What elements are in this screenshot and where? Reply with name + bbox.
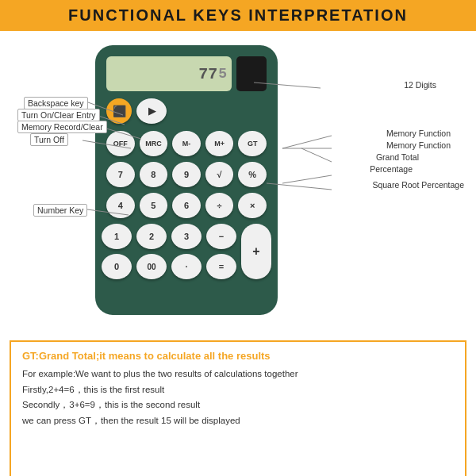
btn-percent[interactable]: % (238, 162, 267, 187)
btn-sqrt[interactable]: √ (205, 162, 234, 187)
btn-8[interactable]: 8 (140, 162, 168, 187)
label-turn-off: Turn Off (30, 133, 68, 146)
btn-9[interactable]: 9 (172, 162, 201, 187)
label-12-digits: 12 Digits (404, 80, 436, 90)
right-ops: − = (206, 224, 236, 279)
arrow-button[interactable]: ▶ (136, 98, 167, 124)
row-456: 4 5 6 ÷ × (106, 193, 267, 218)
row-123-plus: 1 2 3 0 00 · − = + (106, 224, 267, 279)
backspace-button[interactable]: ⬛ (106, 98, 132, 124)
top-controls: ⬛ ▶ (106, 98, 267, 124)
display-value: 7 (198, 65, 208, 83)
gt-button[interactable]: GT (238, 131, 267, 156)
svg-line-8 (301, 148, 332, 162)
btn-plus[interactable]: + (241, 224, 271, 279)
display-area: 7 7 5 (106, 56, 267, 91)
btn-5[interactable]: 5 (140, 193, 168, 218)
btn-1[interactable]: 1 (102, 224, 132, 249)
label-memory-record: Memory Record/Clear (17, 121, 107, 133)
row-123-top: 1 2 3 (102, 224, 202, 249)
display-value2: 7 (208, 65, 217, 83)
mminus-button[interactable]: M- (172, 131, 201, 156)
label-grand-total: Grand Total (376, 152, 419, 162)
btn-divide[interactable]: ÷ (205, 193, 234, 218)
btn-2[interactable]: 2 (136, 224, 167, 249)
info-line-1: For example:We want to plus the two resu… (22, 367, 454, 382)
label-number-key: Number Key (33, 204, 87, 217)
row-123: 1 2 3 0 00 · (102, 224, 202, 279)
svg-line-6 (282, 136, 332, 148)
mrc-button[interactable]: MRC (140, 131, 168, 156)
btn-multiply[interactable]: × (238, 193, 267, 218)
btn-0[interactable]: 0 (102, 254, 132, 279)
info-line-3: Secondly，3+6=9，this is the second result (22, 397, 454, 413)
label-backspace: Backspace key (24, 97, 88, 109)
solar-panel (236, 56, 267, 91)
info-line-4: we can press GT，then the result 15 will … (22, 413, 454, 429)
label-sqrt-pct: Square Root Percentage (372, 180, 464, 190)
display-cursor: 5 (218, 66, 227, 82)
plus-col: + (241, 224, 271, 279)
label-percentage: Percentage (370, 164, 413, 174)
calculator: 7 7 5 ⬛ ▶ OFF MRC M- M+ GT 7 8 9 √ % (95, 45, 278, 315)
info-line-2: Firstly,2+4=6，this is the first result (22, 382, 454, 398)
label-memory-fn-2: Memory Function (386, 140, 451, 150)
btn-7[interactable]: 7 (106, 162, 135, 187)
label-turn-on: Turn On/Clear Entry (17, 109, 100, 121)
btn-3[interactable]: 3 (171, 224, 202, 249)
btn-minus[interactable]: − (206, 224, 236, 249)
diagram-area: 7 7 5 ⬛ ▶ OFF MRC M- M+ GT 7 8 9 √ % (0, 31, 476, 340)
off-button[interactable]: OFF (106, 131, 135, 156)
header: FUNCTIONAL KEYS INTERPRETATION (0, 0, 476, 31)
row-789: 7 8 9 √ % (106, 162, 267, 187)
mplus-button[interactable]: M+ (205, 131, 234, 156)
info-box: GT:Grand Total;it means to calculate all… (10, 340, 466, 476)
function-row: OFF MRC M- M+ GT (106, 131, 267, 156)
page-title: FUNCTIONAL KEYS INTERPRETATION (0, 6, 476, 25)
btn-00[interactable]: 00 (136, 254, 167, 279)
row-0: 0 00 · (102, 254, 202, 279)
info-title: GT:Grand Total;it means to calculate all… (22, 350, 454, 362)
label-memory-fn-1: Memory Function (386, 129, 451, 138)
svg-line-9 (282, 175, 332, 183)
btn-equals[interactable]: = (206, 254, 236, 279)
display-screen: 7 7 5 (106, 56, 232, 91)
btn-6[interactable]: 6 (172, 193, 201, 218)
btn-dot[interactable]: · (171, 254, 202, 279)
btn-4[interactable]: 4 (106, 193, 135, 218)
